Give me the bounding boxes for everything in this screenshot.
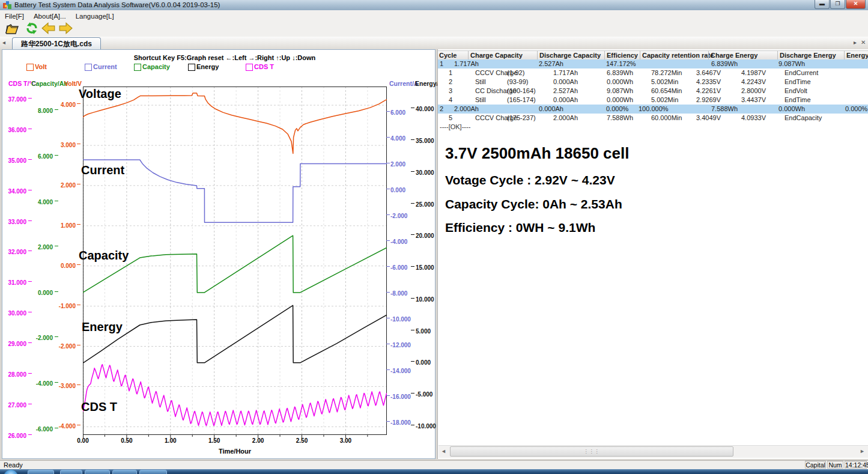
column-header-energy-e[interactable]: Energy E [846,52,868,59]
tickmark-energy [411,171,414,172]
taskbar-app-button[interactable] [85,470,110,474]
taskbar-app-button[interactable] [139,470,167,474]
table-cell: 0.000Ah [539,78,578,85]
tickmark-energy [411,330,414,330]
taskbar-app-button[interactable] [60,470,82,474]
tab-close-icon[interactable]: ✕ [861,39,866,46]
table-cell: 9.087Wh [778,60,805,67]
table-cell: 1.717Ah [539,69,578,76]
column-header-charge-capacity[interactable]: Charge Capacity [470,52,523,59]
tab-scroll-left-icon[interactable]: ◂ [2,39,5,46]
legend-label-cds-t: CDS T [254,63,274,70]
tab-active-file[interactable]: 路华2500-1C放电.cds [12,37,101,50]
tickmark-cds_t [28,129,32,129]
tick-volt: -3.000 [56,383,76,390]
table-cell: 4 [439,96,452,103]
toolbar [0,20,868,37]
table-cell: Still [475,78,486,85]
tickmark-volt [77,345,80,345]
table-row-summary[interactable]: 22.000Ah0.000Ah0.000%100.000%7.588Wh0.00… [438,105,868,114]
tick-capacity: 0.000 [30,290,53,297]
column-header-capacity-retention-rate[interactable]: Capacity retention rate [642,52,714,59]
curve-capacity [83,235,387,293]
tickmark-volt [77,384,80,385]
column-header-discharge-energy[interactable]: Discharge Energy [780,52,836,59]
table-cell: 2.000Ah [539,114,578,121]
tick-volt: 3.000 [56,142,76,149]
tick-current: 6.000 [390,109,412,117]
column-header-efficiency[interactable]: Efficiency [607,52,638,59]
legend-checkbox-current[interactable] [85,64,92,71]
close-button[interactable]: ✕ [846,0,866,9]
axis-title-volt: Volt/V [64,80,82,87]
table-cell: 100.000% [639,105,669,112]
tab-bar: ◂ 路华2500-1C放电.cds ▸ ✕ [0,37,868,50]
tick-current: -18.000 [390,419,412,427]
tick-cds_t: 27.000 [4,402,26,409]
tickmark-capacity [55,155,58,156]
column-header-cycle[interactable]: Cycle [439,52,457,59]
tick-volt: 4.000 [56,102,76,109]
column-separator [604,51,605,60]
tickmark-energy [411,139,414,140]
table-row-step[interactable]: 5CCCV Charge(175-237)2.000Ah7.588Wh60.00… [438,114,868,123]
tick-cds_t: 37.000 [4,96,26,103]
cell-note-efficiency: Efficiency : 0WH ~ 9.1Wh [445,220,595,235]
table-cell: 0.000Wh [607,96,633,103]
back-button[interactable] [41,21,56,35]
status-ready-text: Ready [4,461,23,469]
column-header-charge-energy[interactable]: Charge Energy [711,52,757,59]
column-separator [777,51,778,60]
forward-button[interactable] [58,21,73,35]
legend-checkbox-volt[interactable] [26,64,34,71]
legend-checkbox-energy[interactable] [188,64,195,71]
tick-current: -14.000 [390,368,412,375]
horizontal-scrollbar[interactable]: ◄ ⋮⋮⋮ ► [439,445,868,458]
scroll-right-arrow[interactable]: ► [857,446,867,457]
tab-scroll-right-icon[interactable]: ▸ [854,39,857,46]
table-row-step[interactable]: 3CC Discharge(100-164)2.527Ah9.087Wh60.6… [438,87,868,96]
tick-energy: -5.000 [416,391,440,398]
title-bar: Battery Test System Data Analysis Softwa… [0,0,868,11]
scrollbar-thumb[interactable]: ⋮⋮⋮ [450,446,733,457]
taskbar-app-button[interactable] [28,470,54,474]
windows-taskbar[interactable] [0,469,868,474]
column-header-discharge-capacity[interactable]: Discharge Capacity [539,52,601,59]
data-panel: CycleCharge CapacityDischarge CapacityEf… [437,49,868,459]
table-row-note[interactable]: ----[OK]---- [438,123,868,132]
chart-plot-area[interactable] [83,87,387,439]
table-cell: 5 [439,114,452,121]
tick-time: 2.00 [246,437,270,444]
table-row-step[interactable]: 4Still(165-174)0.000Ah0.000Wh5.002Min2.9… [438,96,868,105]
taskbar-app-button[interactable] [112,470,137,474]
open-file-button[interactable] [4,21,20,35]
tickmark-energy [411,266,414,267]
legend-checkbox-cds-t[interactable] [246,64,253,71]
table-row-summary[interactable]: 11.717Ah2.527Ah147.172%6.839Wh9.087Wh [438,59,868,68]
table-cell: 1 [440,60,443,67]
table-cell: 9.087Wh [607,87,633,94]
refresh-button[interactable] [24,21,40,35]
tickmark-energy [411,298,414,299]
minimize-button[interactable]: ▬ [815,0,830,9]
tickmark-volt [77,305,80,305]
table-row-step[interactable]: 2Still(93-99)0.000Ah0.000Wh5.002Min4.233… [438,77,868,87]
maximize-button[interactable]: ❐ [830,0,845,9]
table-row-step[interactable]: 1CCCV Charge(1-92)1.717Ah6.839Wh78.272Mi… [438,68,868,77]
tickmark-current [386,369,390,370]
tickmark-volt [77,103,80,104]
table-cell: 0.000Wh [778,105,805,112]
legend-checkbox-capacity[interactable] [134,64,141,71]
tick-capacity: 6.000 [30,153,53,160]
table-cell: 0.000% [845,105,867,112]
table-cell: 3 [439,87,452,94]
tick-cds_t: 33.000 [4,219,26,226]
scroll-left-arrow[interactable]: ◄ [439,446,449,457]
status-cell-capital: Capital [805,461,826,469]
tick-energy: 40.000 [416,106,440,113]
start-button-icon[interactable] [4,470,18,474]
menu-bar: File[F]About[A]...Language[L] [0,10,868,20]
app-icon [3,1,11,9]
tick-volt: 2.000 [56,182,76,189]
tick-volt: 0.000 [56,263,76,270]
